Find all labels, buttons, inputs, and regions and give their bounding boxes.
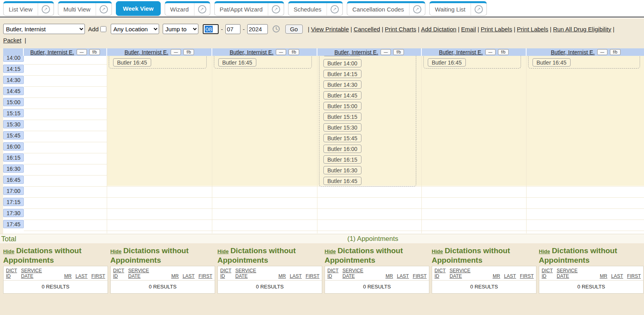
appointment-slot-button[interactable]: Butler 14:30 (323, 80, 361, 89)
appointment-slot-button[interactable]: Butler 16:30 (323, 166, 361, 174)
appointment-slot-button[interactable]: Butler 16:45 (533, 58, 571, 67)
jump-to-select[interactable]: Jump to (163, 24, 198, 34)
appointment-slot-button[interactable]: Butler 16:45 (218, 58, 256, 67)
date-month-input[interactable]: 08 (203, 24, 219, 34)
tab-multi-view[interactable]: Multi View↗ (58, 1, 112, 16)
popout-arrow-icon[interactable]: ↗ (198, 5, 206, 13)
header-line[interactable]: DICT (327, 268, 338, 273)
hide-link[interactable]: Hide (432, 248, 443, 254)
date-day-input[interactable]: 07 (225, 24, 240, 34)
column-header-first[interactable]: FIRST (198, 273, 212, 279)
popout-arrow-icon[interactable]: ↗ (475, 5, 483, 13)
popout-button[interactable]: ↗ (96, 3, 111, 15)
popout-button[interactable]: ↗ (327, 3, 342, 15)
popout-arrow-icon[interactable]: ↗ (413, 5, 421, 13)
header-line[interactable]: FIRST (520, 273, 534, 279)
tab-label[interactable]: Multi View (58, 3, 96, 15)
column-header-dict-id[interactable]: DICTID (113, 268, 124, 279)
header-line[interactable]: LAST (504, 273, 516, 279)
header-line[interactable]: LAST (290, 273, 302, 279)
fb-button[interactable]: f/b (288, 49, 299, 55)
tab-label[interactable]: Cancellation Codes (347, 3, 409, 15)
appointment-slot-button[interactable]: Butler 14:15 (323, 70, 361, 78)
header-line[interactable]: FIRST (91, 273, 105, 279)
tab-wizard[interactable]: Wizard↗ (165, 1, 210, 16)
appointment-slot-button[interactable]: Butler 16:45 (323, 177, 361, 185)
tab-label[interactable]: Week View (116, 2, 160, 15)
tab-schedules[interactable]: Schedules↗ (288, 1, 343, 16)
header-line[interactable]: FIRST (198, 273, 212, 279)
column-header-last[interactable]: LAST (183, 273, 194, 279)
column-header-service-date[interactable]: SERVICEDATE (450, 268, 470, 279)
header-line[interactable]: SERVICE (128, 268, 149, 273)
column-header-mr[interactable]: MR (600, 273, 607, 279)
column-header-last[interactable]: LAST (504, 273, 516, 279)
column-header-first[interactable]: FIRST (306, 273, 319, 279)
header-line[interactable]: DATE (128, 273, 149, 279)
appointment-slot-button[interactable]: Butler 16:00 (323, 145, 361, 153)
column-header-service-date[interactable]: SERVICEDATE (342, 268, 363, 279)
hide-link[interactable]: Hide (3, 248, 14, 254)
provider-column-link[interactable]: Butler, Internist E. (125, 49, 169, 55)
header-line[interactable]: DICT (542, 268, 553, 273)
collapse-column-button[interactable]: — (171, 49, 181, 55)
appointment-slot-button[interactable]: Butler 14:45 (323, 91, 361, 99)
tab-week-view[interactable]: Week View (116, 1, 161, 16)
appointment-slot-button[interactable]: Butler 15:15 (323, 113, 361, 121)
packet-link[interactable]: Packet (3, 37, 21, 44)
header-line[interactable]: ID (542, 273, 553, 279)
header-line[interactable]: MR (493, 273, 500, 279)
appointment-slot-button[interactable]: Butler 16:15 (323, 155, 361, 164)
collapse-column-button[interactable]: — (597, 49, 607, 55)
go-button[interactable]: Go (285, 25, 303, 34)
collapse-column-button[interactable]: — (485, 49, 496, 55)
header-line[interactable]: ID (327, 273, 338, 279)
appointment-slot-button[interactable]: Butler 15:00 (323, 102, 361, 110)
run-all-drug-eligibility-link[interactable]: Run All Drug Eligibility (553, 26, 611, 32)
column-header-mr[interactable]: MR (279, 273, 286, 279)
tab-label[interactable]: Wizard (165, 3, 194, 15)
column-header-last[interactable]: LAST (75, 273, 87, 279)
hide-link[interactable]: Hide (217, 248, 229, 254)
column-header-mr[interactable]: MR (64, 273, 72, 279)
collapse-column-button[interactable]: — (381, 49, 391, 55)
column-header-mr[interactable]: MR (493, 273, 500, 279)
column-header-last[interactable]: LAST (611, 273, 623, 279)
header-line[interactable]: LAST (75, 273, 87, 279)
column-header-dict-id[interactable]: DICTID (542, 268, 553, 279)
provider-column-link[interactable]: Butler, Internist E. (30, 49, 74, 55)
column-header-dict-id[interactable]: DICTID (6, 268, 17, 279)
column-header-dict-id[interactable]: DICTID (434, 268, 446, 279)
header-line[interactable]: DATE (450, 273, 470, 279)
header-line[interactable]: DICT (6, 268, 17, 273)
cancelled-link[interactable]: Cancelled (354, 26, 380, 32)
header-line[interactable]: SERVICE (557, 268, 577, 273)
fb-button[interactable]: f/b (183, 49, 194, 55)
hide-link[interactable]: Hide (110, 248, 121, 254)
header-line[interactable]: ID (220, 273, 231, 279)
column-header-first[interactable]: FIRST (520, 273, 534, 279)
appointment-slot-button[interactable]: Butler 15:45 (323, 134, 361, 142)
header-line[interactable]: SERVICE (450, 268, 470, 273)
appointment-slot-button[interactable]: Butler 15:30 (323, 123, 361, 132)
provider-column-link[interactable]: Butler, Internist E. (334, 49, 379, 55)
appointment-slot-button[interactable]: Butler 16:45 (428, 58, 466, 67)
tab-cancellation-codes[interactable]: Cancellation Codes↗ (347, 1, 425, 16)
tab-label[interactable]: Pat/Appt Wizard (215, 3, 268, 15)
provider-column-link[interactable]: Butler, Internist E. (551, 49, 595, 55)
collapse-column-button[interactable]: — (77, 49, 87, 55)
header-line[interactable]: ID (113, 273, 124, 279)
column-header-service-date[interactable]: SERVICEDATE (557, 268, 577, 279)
location-select[interactable]: Any Location (111, 24, 159, 34)
column-header-first[interactable]: FIRST (413, 273, 427, 279)
tab-waiting-list[interactable]: Waiting List↗ (429, 1, 487, 16)
popout-arrow-icon[interactable]: ↗ (100, 5, 108, 13)
header-line[interactable]: DICT (434, 268, 446, 273)
fb-button[interactable]: f/b (89, 49, 100, 55)
provider-select[interactable]: Butler, Internist (3, 24, 85, 34)
header-line[interactable]: FIRST (413, 273, 427, 279)
add-dictation-link[interactable]: Add Dictation (421, 26, 456, 32)
column-header-service-date[interactable]: SERVICEDATE (235, 268, 256, 279)
column-header-last[interactable]: LAST (290, 273, 302, 279)
tab-pat-appt-wizard[interactable]: Pat/Appt Wizard↗ (214, 1, 284, 16)
